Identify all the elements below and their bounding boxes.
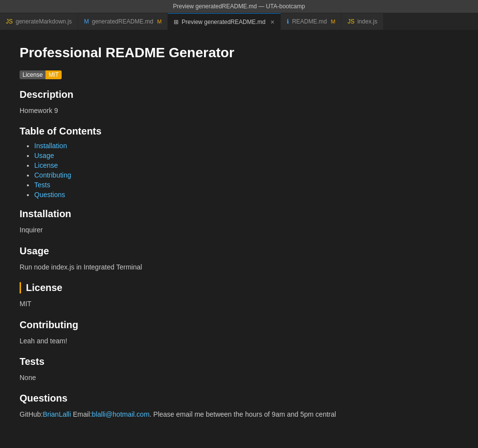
list-item: Questions <box>34 191 458 199</box>
preview-content: Professional README Generator License MI… <box>0 30 478 445</box>
tab-indexjs-label: index.js <box>357 18 377 25</box>
usage-section: Usage Run node index.js in Integrated Te… <box>20 246 458 272</box>
description-text: Homework 9 <box>20 105 458 116</box>
toc-heading: Table of Contents <box>20 126 458 137</box>
tab-preview[interactable]: ⊞ Preview generatedREADME.md × <box>168 13 281 30</box>
tab-js-icon: JS <box>6 18 13 25</box>
installation-text: Inquirer <box>20 224 458 235</box>
list-item: Installation <box>34 142 458 150</box>
installation-heading: Installation <box>20 208 458 220</box>
github-link[interactable]: BrianLalli <box>43 410 71 418</box>
badge-container: License MIT <box>20 70 458 79</box>
tab-preview-label: Preview generatedREADME.md <box>182 19 265 25</box>
tab-generatemarkdown-label: generateMarkdown.js <box>16 18 72 25</box>
tab-generatedreadme[interactable]: M generatedREADME.md M <box>78 13 168 30</box>
toc-usage-link[interactable]: Usage <box>34 152 54 159</box>
tab-readme[interactable]: ℹ README.md M <box>281 13 342 30</box>
tab-md-icon: M <box>84 18 89 25</box>
title-bar: Preview generatedREADME.md — UTA-bootcam… <box>0 0 478 13</box>
tests-section: Tests None <box>20 356 458 383</box>
tab-info-icon: ℹ <box>287 18 289 25</box>
tab-indexjs[interactable]: JS index.js <box>341 13 384 30</box>
installation-section: Installation Inquirer <box>20 208 458 235</box>
list-item: Tests <box>34 181 458 189</box>
license-text: MIT <box>20 298 458 309</box>
contributing-section: Contributing Leah and team! <box>20 319 458 346</box>
tab-preview-icon: ⊞ <box>174 19 179 25</box>
questions-email-prefix: Email: <box>71 410 92 418</box>
contributing-heading: Contributing <box>20 319 458 331</box>
questions-text: GitHub:BrianLalli Email:blalli@hotmail.c… <box>20 409 458 420</box>
title-bar-text: Preview generatedREADME.md — UTA-bootcam… <box>173 3 305 10</box>
questions-suffix: . Please email me between the hours of 9… <box>150 410 336 418</box>
questions-section: Questions GitHub:BrianLalli Email:blalli… <box>20 393 458 420</box>
tab-bar: JS generateMarkdown.js M generatedREADME… <box>0 13 478 30</box>
tests-heading: Tests <box>20 356 458 367</box>
badge-value: MIT <box>46 70 62 79</box>
tab-readme-modified: M <box>331 19 335 24</box>
list-item: Contributing <box>34 171 458 179</box>
toc-list: Installation Usage License Contributing … <box>20 142 458 199</box>
description-heading: Description <box>20 89 458 100</box>
usage-text: Run node index.js in Integrated Terminal <box>20 262 458 272</box>
toc-questions-link[interactable]: Questions <box>34 191 65 199</box>
toc-section: Table of Contents Installation Usage Lic… <box>20 126 458 199</box>
toc-installation-link[interactable]: Installation <box>34 142 67 150</box>
questions-heading: Questions <box>20 393 458 404</box>
list-item: Usage <box>34 152 458 159</box>
license-badge: License MIT <box>20 70 62 79</box>
usage-heading: Usage <box>20 246 458 257</box>
toc-license-link[interactable]: License <box>34 161 58 169</box>
toc-tests-link[interactable]: Tests <box>34 181 50 189</box>
license-heading: License <box>20 282 458 293</box>
tab-readme-label: README.md <box>292 18 327 25</box>
description-section: Description Homework 9 <box>20 89 458 116</box>
email-link[interactable]: blalli@hotmail.com <box>92 410 150 418</box>
tab-generatedreadme-label: generatedREADME.md <box>92 18 153 25</box>
tab-indexjs-icon: JS <box>347 18 354 25</box>
badge-label: License <box>20 70 46 79</box>
tests-text: None <box>20 372 458 383</box>
tab-close-button[interactable]: × <box>271 18 274 26</box>
contributing-text: Leah and team! <box>20 336 458 346</box>
tab-generatemarkdown[interactable]: JS generateMarkdown.js <box>0 13 78 30</box>
list-item: License <box>34 161 458 169</box>
toc-contributing-link[interactable]: Contributing <box>34 171 71 179</box>
tab-generatedreadme-modified: M <box>157 19 161 24</box>
questions-github-prefix: GitHub: <box>20 410 43 418</box>
page-title: Professional README Generator <box>20 45 458 61</box>
license-section: License MIT <box>20 282 458 309</box>
